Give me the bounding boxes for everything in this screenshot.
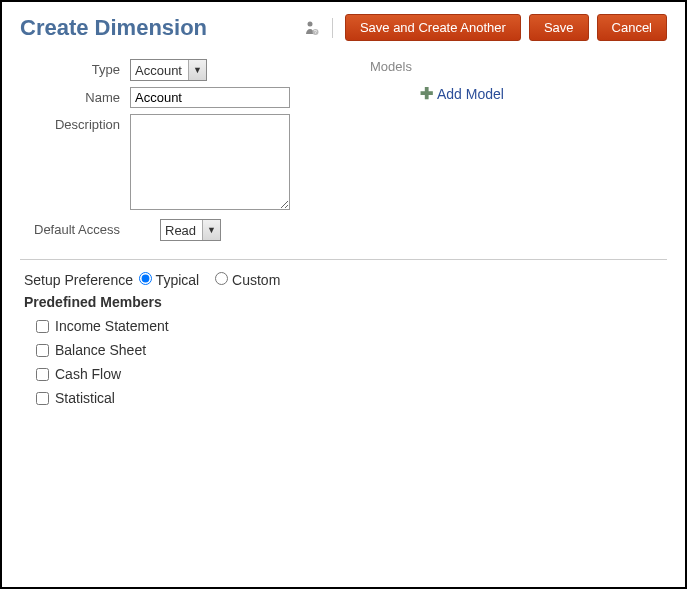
page-title: Create Dimension	[20, 15, 207, 41]
predefined-label: Cash Flow	[55, 366, 121, 382]
default-access-value: Read	[165, 223, 202, 238]
predefined-item[interactable]: Balance Sheet	[36, 338, 667, 362]
setup-option-typical[interactable]: Typical	[139, 272, 199, 288]
predefined-label: Balance Sheet	[55, 342, 146, 358]
predefined-item[interactable]: Income Statement	[36, 314, 667, 338]
setup-radio-typical[interactable]	[139, 272, 152, 285]
type-select-value: Account	[135, 63, 188, 78]
person-help-icon[interactable]: ?	[302, 19, 320, 37]
type-label: Type	[20, 59, 130, 77]
predefined-checkbox-cash-flow[interactable]	[36, 368, 49, 381]
add-model-link[interactable]: ✚ Add Model	[420, 84, 504, 103]
cancel-button[interactable]: Cancel	[597, 14, 667, 41]
predefined-item[interactable]: Cash Flow	[36, 362, 667, 386]
add-model-label: Add Model	[437, 86, 504, 102]
svg-text:?: ?	[314, 29, 317, 35]
default-access-label: Default Access	[20, 219, 130, 237]
setup-custom-text: Custom	[232, 272, 280, 288]
default-access-select[interactable]: Read ▼	[160, 219, 221, 241]
predefined-label: Income Statement	[55, 318, 169, 334]
name-label: Name	[20, 87, 130, 105]
predefined-checkbox-income-statement[interactable]	[36, 320, 49, 333]
description-textarea[interactable]	[130, 114, 290, 210]
save-and-create-another-button[interactable]: Save and Create Another	[345, 14, 521, 41]
predefined-item[interactable]: Statistical	[36, 386, 667, 410]
description-label: Description	[20, 114, 130, 132]
type-select[interactable]: Account ▼	[130, 59, 207, 81]
setup-option-custom[interactable]: Custom	[215, 272, 280, 288]
name-input[interactable]	[130, 87, 290, 108]
setup-radio-custom[interactable]	[215, 272, 228, 285]
setup-typical-text: Typical	[156, 272, 200, 288]
separator	[332, 18, 333, 38]
chevron-down-icon: ▼	[202, 220, 220, 240]
save-button[interactable]: Save	[529, 14, 589, 41]
predefined-members-heading: Predefined Members	[24, 294, 667, 310]
predefined-checkbox-statistical[interactable]	[36, 392, 49, 405]
plus-icon: ✚	[420, 84, 433, 103]
predefined-label: Statistical	[55, 390, 115, 406]
models-heading: Models	[370, 59, 667, 74]
svg-point-0	[307, 21, 312, 26]
predefined-checkbox-balance-sheet[interactable]	[36, 344, 49, 357]
setup-preference-label: Setup Preference	[24, 272, 133, 288]
divider	[20, 259, 667, 260]
chevron-down-icon: ▼	[188, 60, 206, 80]
